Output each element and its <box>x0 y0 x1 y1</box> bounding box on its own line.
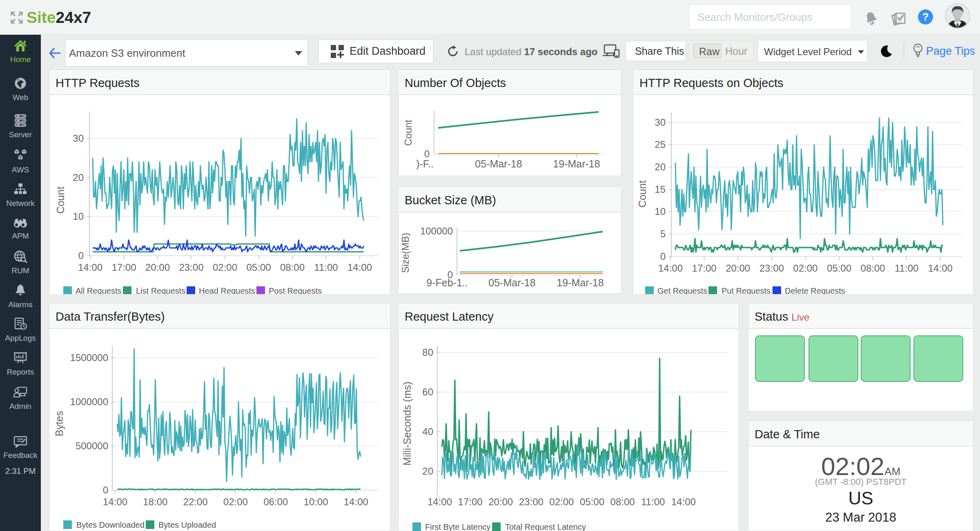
svg-text:05:00: 05:00 <box>580 496 604 507</box>
svg-text:0: 0 <box>424 148 430 159</box>
svg-text:20: 20 <box>422 466 433 477</box>
svg-text:Delete Requests: Delete Requests <box>785 286 845 294</box>
svg-text:Milli-Seconds (ms): Milli-Seconds (ms) <box>401 382 413 466</box>
svg-text:05-Mar-18: 05-Mar-18 <box>488 277 535 288</box>
svg-text:20:00: 20:00 <box>488 496 513 507</box>
svg-text:14:00: 14:00 <box>428 496 452 507</box>
svg-text:05:00: 05:00 <box>246 262 271 273</box>
svg-text:11:00: 11:00 <box>641 496 665 507</box>
svg-text:80: 80 <box>422 347 433 358</box>
svg-text:Count: Count <box>637 181 648 208</box>
svg-text:11:00: 11:00 <box>314 262 338 273</box>
svg-text:40: 40 <box>422 426 433 437</box>
svg-text:10: 10 <box>73 211 84 222</box>
svg-text:22:00: 22:00 <box>183 496 208 507</box>
svg-text:Bytes Downloaded: Bytes Downloaded <box>76 520 145 529</box>
svg-text:02:00: 02:00 <box>549 496 574 507</box>
svg-text:10:00: 10:00 <box>303 496 328 507</box>
svg-text:Bytes Uploaded: Bytes Uploaded <box>158 520 216 529</box>
svg-text:0: 0 <box>660 251 666 262</box>
svg-text:05:00: 05:00 <box>827 263 851 274</box>
svg-text:08:00: 08:00 <box>610 496 635 507</box>
svg-text:100000: 100000 <box>420 225 453 236</box>
svg-text:Put Requests: Put Requests <box>722 286 771 294</box>
svg-text:23:00: 23:00 <box>179 262 203 273</box>
svg-text:5: 5 <box>660 228 666 239</box>
svg-text:17:00: 17:00 <box>692 263 717 274</box>
svg-text:17:00: 17:00 <box>111 262 136 273</box>
svg-text:11:00: 11:00 <box>895 263 918 274</box>
svg-text:14:00: 14:00 <box>344 496 368 507</box>
svg-text:02:00: 02:00 <box>213 262 237 273</box>
svg-text:18:00: 18:00 <box>143 496 167 507</box>
svg-text:14:00: 14:00 <box>347 262 372 273</box>
svg-text:0: 0 <box>103 484 108 495</box>
svg-text:23:00: 23:00 <box>519 496 543 507</box>
svg-text:14:00: 14:00 <box>671 496 696 507</box>
svg-text:30: 30 <box>655 117 666 128</box>
svg-text:20: 20 <box>655 161 666 172</box>
svg-text:Count: Count <box>55 187 66 214</box>
svg-text:14:00: 14:00 <box>103 496 127 507</box>
svg-text:60: 60 <box>422 386 433 397</box>
svg-text:08:00: 08:00 <box>861 263 885 274</box>
svg-text:10: 10 <box>655 206 666 217</box>
svg-text:19-Mar-18: 19-Mar-18 <box>557 277 604 288</box>
svg-text:14:00: 14:00 <box>658 263 683 274</box>
svg-text:02:00: 02:00 <box>793 263 817 274</box>
svg-text:Count: Count <box>403 120 414 146</box>
svg-text:14:00: 14:00 <box>928 263 953 274</box>
svg-text:23:00: 23:00 <box>760 263 784 274</box>
svg-text:20: 20 <box>73 172 84 183</box>
svg-text:19-Mar-18: 19-Mar-18 <box>553 158 600 170</box>
svg-text:15: 15 <box>655 184 666 195</box>
svg-text:Get Requests: Get Requests <box>657 286 707 294</box>
svg-text:02:00: 02:00 <box>223 496 248 507</box>
svg-text:Total Request Latency: Total Request Latency <box>505 522 586 531</box>
svg-text:)-F..: )-F.. <box>416 158 434 170</box>
svg-text:500000: 500000 <box>76 440 108 451</box>
svg-text:25: 25 <box>655 139 666 150</box>
svg-text:17:00: 17:00 <box>458 496 483 507</box>
svg-text:20:00: 20:00 <box>726 263 750 274</box>
svg-text:Bytes: Bytes <box>53 411 65 437</box>
svg-text:Size(MB): Size(MB) <box>400 233 411 273</box>
svg-text:All Requests: All Requests <box>76 286 121 294</box>
svg-text:1500000: 1500000 <box>70 352 108 363</box>
svg-text:30: 30 <box>73 133 84 144</box>
svg-text:1000000: 1000000 <box>70 396 108 407</box>
svg-text:14:00: 14:00 <box>78 262 102 273</box>
svg-text:Post Requests: Post Requests <box>269 286 322 294</box>
svg-text:05-Mar-18: 05-Mar-18 <box>475 158 522 170</box>
svg-text:20:00: 20:00 <box>145 262 170 273</box>
svg-text:06:00: 06:00 <box>263 496 288 507</box>
svg-text:First Byte Latency: First Byte Latency <box>425 522 490 531</box>
svg-text:Head Requests: Head Requests <box>199 286 255 294</box>
svg-text:List Requests: List Requests <box>136 286 185 294</box>
svg-text:08:00: 08:00 <box>280 262 305 273</box>
svg-text:0: 0 <box>78 250 84 261</box>
svg-text:9-Feb-1..: 9-Feb-1.. <box>426 277 468 288</box>
